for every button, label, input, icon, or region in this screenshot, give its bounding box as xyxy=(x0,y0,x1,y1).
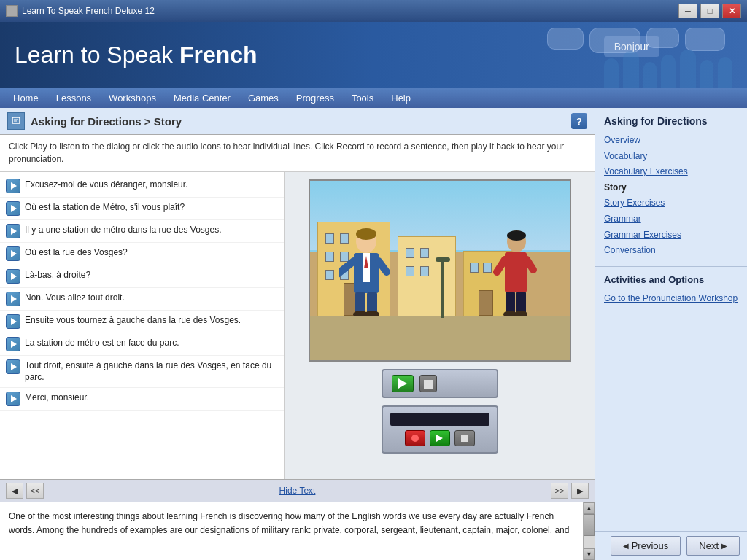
next-label: Next xyxy=(699,540,719,551)
nav-left: ◀ << xyxy=(6,483,44,499)
activities-title: Activities and Options xyxy=(604,274,738,285)
dialog-item: Excusez-moi de vous déranger, monsieur. xyxy=(0,175,284,198)
nav-right: >> ▶ xyxy=(551,483,589,499)
svg-line-21 xyxy=(527,260,533,270)
dialog-text-4: Là-bas, à droite? xyxy=(25,269,278,281)
stop-button[interactable] xyxy=(419,375,437,392)
pronunciation-workshop-link[interactable]: Go to the Pronunciation Workshop xyxy=(604,291,738,307)
right-panel: Asking for Directions OverviewVocabulary… xyxy=(595,108,747,560)
menu-progress[interactable]: Progress xyxy=(289,90,341,106)
dialog-audio-btn-0[interactable] xyxy=(6,179,20,193)
dialog-audio-btn-5[interactable] xyxy=(6,292,20,306)
right-links: OverviewVocabularyVocabulary ExercisesSt… xyxy=(604,133,738,259)
dialog-text-2: Il y a une station de métro dans la rue … xyxy=(25,224,278,236)
right-link-story[interactable]: Story xyxy=(604,180,738,196)
right-link-vocabulary[interactable]: Vocabulary xyxy=(604,149,738,165)
previous-button[interactable]: ◀ Previous xyxy=(611,536,681,556)
breadcrumb-icon xyxy=(7,112,25,130)
prev-arrow-icon: ◀ xyxy=(623,542,629,550)
right-link-grammar[interactable]: Grammar xyxy=(604,211,738,228)
maximize-button[interactable]: □ xyxy=(700,4,719,18)
dialog-item: Où est la station de Métro, s'il vous pl… xyxy=(0,198,284,220)
breadcrumb-bar: Asking for Directions > Story ? xyxy=(0,108,595,135)
right-link-vocabulary-exercises[interactable]: Vocabulary Exercises xyxy=(604,164,738,180)
building-2 xyxy=(398,236,456,316)
next-button[interactable]: Next ▶ xyxy=(686,536,740,556)
scroll-thumb[interactable] xyxy=(584,514,595,536)
record-stop-button[interactable] xyxy=(454,430,475,446)
stop-icon xyxy=(461,435,468,442)
scene-image xyxy=(309,179,571,362)
right-link-story-exercises[interactable]: Story Exercises xyxy=(604,195,738,211)
menu-games[interactable]: Games xyxy=(241,90,286,106)
right-link-overview[interactable]: Overview xyxy=(604,133,738,149)
svg-line-20 xyxy=(497,260,505,272)
dialog-item: Il y a une station de métro dans la rue … xyxy=(0,220,284,243)
dialog-audio-btn-8[interactable] xyxy=(6,359,20,374)
record-controls xyxy=(382,405,498,454)
dialog-audio-btn-6[interactable] xyxy=(6,314,20,329)
text-content: One of the most interesting things about… xyxy=(9,510,586,537)
play-icon xyxy=(398,378,407,389)
previous-label: Previous xyxy=(632,540,669,551)
nav-next-button[interactable]: >> xyxy=(551,483,568,499)
dialog-audio-btn-9[interactable] xyxy=(6,392,20,406)
next-arrow-icon: ▶ xyxy=(721,542,727,550)
menu-media-center[interactable]: Media Center xyxy=(166,90,238,106)
nav-prev-button[interactable]: << xyxy=(26,483,44,499)
hide-text-link[interactable]: Hide Text xyxy=(279,486,316,496)
nav-section: Asking for Directions OverviewVocabulary… xyxy=(595,108,747,267)
window-title: Learn To Speak French Deluxe 12 xyxy=(22,6,155,16)
dialog-item: Merci, monsieur. xyxy=(0,388,284,411)
menu-tools[interactable]: Tools xyxy=(344,90,381,106)
audio-play-icon xyxy=(11,205,17,212)
record-play-button[interactable] xyxy=(430,430,450,446)
dialog-item: Là-bas, à droite? xyxy=(0,265,284,288)
scroll-down-button[interactable]: ▼ xyxy=(584,548,595,560)
close-button[interactable]: ✕ xyxy=(722,4,741,18)
nav-right-button[interactable]: ▶ xyxy=(571,483,589,499)
dialog-item: Ensuite vous tournez à gauche dans la ru… xyxy=(0,311,284,333)
menu-workshops[interactable]: Workshops xyxy=(101,90,163,106)
minimize-button[interactable]: ─ xyxy=(678,4,697,18)
dialog-item: Non. Vous allez tout droit. xyxy=(0,288,284,311)
menu-help[interactable]: Help xyxy=(384,90,418,106)
menu-bar: Home Lessons Workshops Media Center Game… xyxy=(0,88,747,108)
bottom-nav: ◀ Previous Next ▶ xyxy=(595,531,747,560)
dialog-audio-btn-3[interactable] xyxy=(6,246,20,261)
menu-home[interactable]: Home xyxy=(6,90,46,106)
right-link-grammar-exercises[interactable]: Grammar Exercises xyxy=(604,228,738,244)
dialog-text-8: Tout droit, ensuite à gauche dans la rue… xyxy=(25,359,278,384)
text-scrollbar[interactable]: ▲ ▼ xyxy=(583,502,595,560)
dialog-audio-btn-2[interactable] xyxy=(6,224,20,238)
play-icon xyxy=(436,435,443,442)
window xyxy=(420,266,429,276)
audio-play-icon xyxy=(11,363,17,370)
window xyxy=(325,252,334,262)
right-link-conversation[interactable]: Conversation xyxy=(604,243,738,259)
window xyxy=(406,248,414,258)
dialog-text-6: Ensuite vous tournez à gauche dans la ru… xyxy=(25,314,278,327)
help-button[interactable]: ? xyxy=(571,113,587,129)
play-button[interactable] xyxy=(392,375,414,392)
menu-lessons[interactable]: Lessons xyxy=(49,90,98,106)
scroll-up-button[interactable]: ▲ xyxy=(584,502,595,514)
nav-left-button[interactable]: ◀ xyxy=(6,483,23,499)
window xyxy=(406,266,414,276)
dialog-text-3: Où est la rue des Vosges? xyxy=(25,246,278,259)
nav-section-title: Asking for Directions xyxy=(604,115,738,127)
svg-point-16 xyxy=(507,230,526,241)
scroll-track xyxy=(584,514,595,548)
window xyxy=(483,262,492,273)
svg-point-4 xyxy=(356,228,376,240)
svg-line-10 xyxy=(379,261,387,272)
app-logo: Learn to Speak French xyxy=(15,42,258,69)
content-area: Excusez-moi de vous déranger, monsieur. … xyxy=(0,172,595,479)
dialog-audio-btn-1[interactable] xyxy=(6,201,20,216)
title-bar: Learn To Speak French Deluxe 12 ─ □ ✕ xyxy=(0,0,747,22)
dialog-text-9: Merci, monsieur. xyxy=(25,392,278,404)
dialog-text-7: La station de métro est en face du parc. xyxy=(25,337,278,349)
record-button[interactable] xyxy=(405,430,425,446)
dialog-audio-btn-7[interactable] xyxy=(6,337,20,351)
dialog-audio-btn-4[interactable] xyxy=(6,269,20,284)
